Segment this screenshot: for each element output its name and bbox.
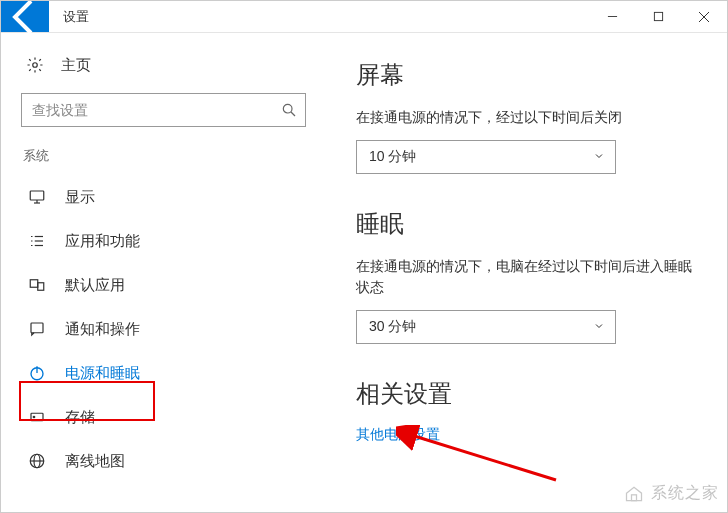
svg-rect-17	[38, 283, 44, 291]
search-input[interactable]	[21, 93, 306, 127]
search-icon[interactable]	[272, 93, 306, 127]
sleep-heading: 睡眠	[356, 208, 697, 240]
minimize-button[interactable]	[589, 1, 635, 32]
chevron-down-icon	[593, 149, 605, 165]
additional-power-settings-link[interactable]: 其他电源设置	[356, 426, 697, 444]
sidebar-item-offline-maps[interactable]: 离线地图	[21, 439, 306, 483]
sidebar-item-default-apps[interactable]: 默认应用	[21, 263, 306, 307]
screen-desc: 在接通电源的情况下，经过以下时间后关闭	[356, 107, 697, 128]
notification-icon	[27, 320, 47, 338]
svg-point-5	[283, 104, 292, 113]
chevron-down-icon	[593, 319, 605, 335]
sidebar-item-label: 默认应用	[65, 276, 125, 295]
related-heading: 相关设置	[356, 378, 697, 410]
svg-point-22	[33, 416, 35, 418]
sleep-desc: 在接通电源的情况下，电脑在经过以下时间后进入睡眠状态	[356, 256, 697, 298]
nav-list: 显示 应用和功能 默认应用 通知和操作 电源和睡眠 存储	[21, 175, 306, 483]
svg-rect-16	[30, 280, 38, 288]
home-row[interactable]: 主页	[21, 55, 306, 75]
sidebar-item-power-sleep[interactable]: 电源和睡眠	[21, 351, 306, 395]
screen-heading: 屏幕	[356, 59, 697, 91]
back-button[interactable]	[1, 1, 49, 32]
home-label: 主页	[61, 56, 91, 75]
default-apps-icon	[27, 276, 47, 294]
maximize-button[interactable]	[635, 1, 681, 32]
storage-icon	[27, 408, 47, 426]
sidebar-item-label: 电源和睡眠	[65, 364, 140, 383]
svg-point-4	[33, 63, 38, 68]
window-title: 设置	[49, 1, 103, 32]
globe-icon	[27, 452, 47, 470]
svg-rect-1	[654, 12, 662, 20]
sleep-timeout-select[interactable]: 30 分钟	[356, 310, 616, 344]
sidebar: 主页 系统 显示 应用和功能 默认应用	[1, 33, 326, 512]
sidebar-item-label: 通知和操作	[65, 320, 140, 339]
sidebar-item-display[interactable]: 显示	[21, 175, 306, 219]
monitor-icon	[27, 188, 47, 206]
sidebar-item-storage[interactable]: 存储	[21, 395, 306, 439]
sidebar-item-label: 显示	[65, 188, 95, 207]
svg-rect-7	[30, 191, 44, 200]
sidebar-item-apps[interactable]: 应用和功能	[21, 219, 306, 263]
sidebar-item-label: 离线地图	[65, 452, 125, 471]
svg-rect-18	[31, 323, 43, 333]
category-label: 系统	[21, 147, 306, 165]
power-icon	[27, 364, 47, 382]
sidebar-item-label: 存储	[65, 408, 95, 427]
screen-timeout-select[interactable]: 10 分钟	[356, 140, 616, 174]
gear-icon	[25, 55, 45, 75]
search-wrap	[21, 93, 306, 127]
select-value: 10 分钟	[369, 148, 416, 166]
sidebar-item-label: 应用和功能	[65, 232, 140, 251]
main-panel: 屏幕 在接通电源的情况下，经过以下时间后关闭 10 分钟 睡眠 在接通电源的情况…	[326, 33, 727, 512]
sidebar-item-notifications[interactable]: 通知和操作	[21, 307, 306, 351]
titlebar: 设置	[1, 1, 727, 33]
close-button[interactable]	[681, 1, 727, 32]
select-value: 30 分钟	[369, 318, 416, 336]
svg-line-6	[291, 112, 295, 116]
list-icon	[27, 232, 47, 250]
